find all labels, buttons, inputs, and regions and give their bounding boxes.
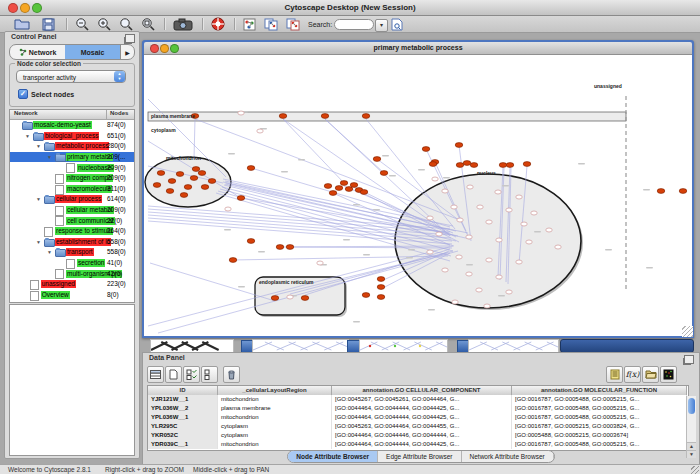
gene-node-unselected[interactable] — [238, 111, 244, 115]
gene-node[interactable] — [286, 245, 294, 250]
tree-row-response-to-stimulu[interactable]: response to stimulu264(0) — [10, 226, 134, 237]
tiny-node-label[interactable] — [382, 155, 389, 157]
minimized-window-thumbnail[interactable] — [468, 339, 559, 353]
tree-row-establishment-of-lo[interactable]: ▼establishment of lo558(0) — [10, 237, 134, 248]
gene-node-unselected[interactable] — [467, 185, 473, 189]
app-resize-grip[interactable] — [691, 466, 699, 474]
tiny-node-label[interactable] — [443, 177, 450, 179]
gene-node[interactable] — [192, 167, 200, 172]
minimized-window-thumbnail[interactable] — [252, 339, 349, 353]
tree-row-macromolecule[interactable]: macromolecule311(0) — [10, 184, 134, 195]
table-cell[interactable]: mitochondrion — [218, 395, 332, 404]
table-cell[interactable]: YKR052C — [148, 431, 218, 440]
gene-node[interactable] — [499, 163, 507, 168]
scrollbar-thumb[interactable] — [688, 398, 695, 414]
help-lifesaver-button[interactable] — [208, 17, 228, 31]
table-cell[interactable]: mitochondrion — [218, 440, 332, 449]
gene-node[interactable] — [247, 166, 255, 171]
gene-node[interactable] — [679, 189, 687, 194]
minimized-window-thumbnail[interactable] — [359, 339, 448, 353]
gene-node-unselected[interactable] — [442, 189, 448, 193]
duplicate-view-button[interactable] — [262, 17, 280, 31]
scroll-up-icon[interactable]: ▲ — [687, 442, 696, 450]
gene-node-unselected[interactable] — [531, 211, 537, 215]
expand-triangle-icon[interactable]: ▼ — [36, 143, 41, 149]
gene-node[interactable] — [301, 296, 309, 301]
tiny-node-label[interactable] — [406, 257, 413, 259]
import-attributes-button[interactable] — [642, 366, 659, 383]
gene-node[interactable] — [380, 171, 388, 176]
tiny-node-label[interactable] — [502, 185, 509, 187]
gene-node-unselected[interactable] — [436, 232, 442, 236]
gene-node-unselected[interactable] — [496, 275, 502, 279]
table-cell[interactable]: [GO:0044464, GO:0044446, GO:0044444, G..… — [332, 431, 512, 440]
destroy-view-button[interactable] — [284, 17, 302, 31]
gene-node[interactable] — [184, 185, 192, 190]
gene-node[interactable] — [360, 190, 368, 195]
table-cell[interactable]: plasma membrane — [218, 404, 332, 413]
gene-node-unselected[interactable] — [506, 208, 512, 212]
network-canvas[interactable]: plasma membranecytoplasmmitochondrionnuc… — [144, 55, 692, 336]
tree-row-biological-process[interactable]: ▼biological_process651(0) — [10, 131, 134, 142]
window-resize-grip[interactable] — [682, 326, 693, 337]
tiny-node-label[interactable] — [353, 204, 360, 206]
expand-triangle-icon[interactable]: ▼ — [47, 249, 52, 255]
table-cell[interactable]: [GO:0005488, GO:0005215, GO:0003674] — [512, 431, 687, 440]
tab-edge-attribute-browser[interactable]: Edge Attribute Browser — [378, 451, 461, 462]
close-view-icon[interactable] — [150, 44, 159, 53]
gene-node-unselected[interactable] — [451, 205, 457, 209]
gene-node-unselected[interactable] — [555, 245, 561, 249]
gene-node[interactable] — [324, 184, 332, 189]
column-header[interactable]: annotation.GO MOLECULAR_FUNCTION — [512, 386, 687, 395]
gene-node[interactable] — [176, 172, 184, 177]
advanced-search-button[interactable] — [389, 17, 405, 31]
gene-node-unselected[interactable] — [257, 129, 263, 133]
table-cell[interactable]: [GO:0016787, GO:0005488, GO:0005215, G..… — [512, 404, 687, 413]
gene-node-unselected[interactable] — [466, 235, 472, 239]
gene-node-unselected[interactable] — [317, 261, 323, 265]
expand-triangle-icon[interactable]: ▼ — [36, 196, 41, 202]
tree-row-secretion[interactable]: secretion41(0) — [10, 258, 134, 269]
tiny-node-label[interactable] — [534, 231, 541, 233]
search-input[interactable] — [334, 19, 374, 30]
new-attribute-button[interactable] — [165, 366, 182, 383]
table-cell[interactable]: cytoplasm — [218, 431, 332, 440]
gene-node[interactable] — [166, 189, 174, 194]
table-cell[interactable]: [GO:0045263, GO:0044464, GO:0044455, G..… — [332, 422, 512, 431]
tiny-node-label[interactable] — [363, 254, 370, 256]
attribute-table[interactable]: ID_cellularLayoutRegionannotation.GO CEL… — [147, 385, 689, 451]
gene-node[interactable] — [362, 114, 370, 119]
gene-node-unselected[interactable] — [484, 304, 490, 308]
tiny-node-label[interactable] — [281, 171, 288, 173]
column-header[interactable]: ID — [148, 386, 218, 395]
minimize-view-icon[interactable] — [160, 44, 169, 53]
table-cell[interactable]: [GO:0045267, GO:0045261, GO:0044464, G..… — [332, 395, 512, 404]
tiny-node-label[interactable] — [466, 264, 473, 266]
tab-network[interactable]: Network — [10, 45, 65, 59]
gene-node-unselected[interactable] — [516, 260, 522, 264]
gene-node[interactable] — [276, 245, 284, 250]
tiny-node-label[interactable] — [343, 239, 350, 241]
function-builder-button[interactable]: f(x) — [624, 366, 641, 383]
gene-node[interactable] — [340, 181, 348, 186]
maximize-view-icon[interactable] — [170, 44, 179, 53]
tiny-node-label[interactable] — [646, 267, 653, 269]
gene-node[interactable] — [377, 295, 385, 300]
maximize-window-icon[interactable] — [32, 3, 42, 13]
gene-node-unselected[interactable] — [442, 268, 448, 272]
table-cell[interactable]: [GO:0016787, GO:0005215, GO:0003824, G..… — [512, 422, 687, 431]
gene-node-unselected[interactable] — [452, 300, 458, 304]
gene-node[interactable] — [362, 293, 370, 298]
expand-triangle-icon[interactable]: ▼ — [36, 239, 41, 245]
zoom-selected-button[interactable] — [116, 17, 136, 31]
gene-node[interactable] — [506, 163, 514, 168]
table-cell[interactable]: mitochondrion — [218, 413, 332, 422]
attribute-table-button[interactable] — [147, 366, 164, 383]
node-color-dropdown[interactable]: transporter activity ▲▼ — [16, 70, 126, 83]
gene-node[interactable] — [455, 143, 463, 148]
gene-node-unselected[interactable] — [427, 216, 433, 220]
network-window-titlebar[interactable]: primary metabolic process — [144, 42, 692, 55]
gene-node[interactable] — [470, 163, 478, 168]
tree-row-nitrogen-compo[interactable]: nitrogen compo209(0) — [10, 173, 134, 184]
gene-node[interactable] — [329, 191, 337, 196]
